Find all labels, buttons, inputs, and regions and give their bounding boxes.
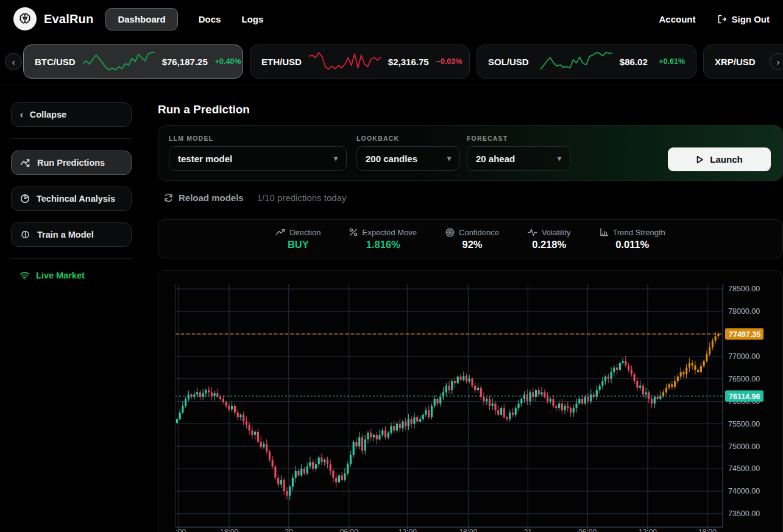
target-icon <box>445 228 455 237</box>
svg-text:77000.00: 77000.00 <box>728 352 760 361</box>
svg-text:76114.96: 76114.96 <box>729 392 760 401</box>
btc-sparkline <box>83 50 155 73</box>
stat-trend-strength: Trend Strength 0.011% <box>600 228 665 250</box>
bar-chart-icon <box>600 228 609 236</box>
reload-models-button[interactable]: Reload models <box>164 193 244 203</box>
svg-text:06:00: 06:00 <box>340 528 358 532</box>
lookback-select[interactable]: 200 candles ▾ <box>356 146 460 171</box>
candlestick-chart-card: 78500.0078000.0077500.0077000.0076500.00… <box>158 270 783 532</box>
chevron-down-icon: ▾ <box>558 154 561 163</box>
stat-volatility: Volatility 0.218% <box>528 228 571 250</box>
svg-text:18:00: 18:00 <box>459 528 477 532</box>
svg-text:20: 20 <box>285 528 293 532</box>
chevron-down-icon: ▾ <box>447 154 451 163</box>
svg-text:76500.00: 76500.00 <box>728 375 760 383</box>
stat-expected-move: Expected Move 1.816% <box>349 228 417 250</box>
play-icon <box>696 155 704 164</box>
prediction-form-panel: LLM MODEL tester model ▾ LOOKBACK 200 ca… <box>158 125 783 181</box>
app-logo <box>13 7 37 30</box>
candlestick-chart[interactable]: 78500.0078000.0077500.0077000.0076500.00… <box>175 284 779 532</box>
trending-up-icon <box>275 229 285 236</box>
activity-icon <box>528 229 537 236</box>
sidebar-item-train-model[interactable]: Train a Model <box>11 222 132 247</box>
collapse-sidebar-button[interactable]: ‹ Collapse <box>11 102 132 127</box>
svg-text:18:00: 18:00 <box>698 528 717 532</box>
svg-text:74000.00: 74000.00 <box>728 487 760 495</box>
launch-button[interactable]: Launch <box>668 147 771 171</box>
svg-text:06:00: 06:00 <box>578 528 597 532</box>
llm-model-label: LLM MODEL <box>169 135 347 142</box>
svg-text:78500.00: 78500.00 <box>728 285 760 293</box>
wifi-icon <box>19 271 30 280</box>
sidebar-item-run-predictions[interactable]: Run Predictions <box>11 151 132 175</box>
sidebar: ‹ Collapse Run Predictions Techincal Ana… <box>11 102 132 280</box>
forecast-label: FORECAST <box>467 135 570 142</box>
pie-chart-icon <box>20 194 30 204</box>
predictions-quota-text: 1/10 predictions today <box>257 193 347 203</box>
ticker-scroll-left-button[interactable]: ‹ <box>5 53 22 70</box>
refresh-icon <box>164 193 173 202</box>
sidebar-divider <box>11 258 132 259</box>
svg-text:75500.00: 75500.00 <box>728 420 760 428</box>
svg-text:77497.35: 77497.35 <box>729 330 760 339</box>
brain-small-icon <box>20 230 30 240</box>
svg-text:75000.00: 75000.00 <box>728 442 760 451</box>
forecast-select[interactable]: 20 ahead ▾ <box>467 146 570 171</box>
ticker-scroll-right-button[interactable]: › <box>770 53 783 70</box>
llm-model-select[interactable]: tester model ▾ <box>169 146 347 171</box>
page-title: Run a Prediction <box>158 103 250 116</box>
brain-icon <box>18 12 32 26</box>
lookback-label: LOOKBACK <box>356 135 460 142</box>
svg-text:21: 21 <box>524 528 533 532</box>
svg-text:73500.00: 73500.00 <box>728 509 760 518</box>
svg-text:18:00: 18:00 <box>220 528 238 532</box>
stat-confidence: Confidence 92% <box>445 228 499 250</box>
sidebar-item-live-market[interactable]: Live Market <box>11 271 132 280</box>
chevron-down-icon: ▾ <box>334 154 338 163</box>
svg-text:12:00: 12:00 <box>639 528 657 532</box>
brand-name: EvalRun <box>44 12 93 26</box>
sidebar-divider <box>11 138 132 139</box>
svg-text:2:00: 2:00 <box>175 528 186 532</box>
prediction-stats-panel: Direction BUY Expected Move 1.816% Confi… <box>158 219 783 258</box>
trending-icon <box>20 158 30 168</box>
main-content: Run a Prediction LLM MODEL tester model … <box>158 0 783 532</box>
stat-direction: Direction BUY <box>275 228 321 250</box>
svg-text:12:00: 12:00 <box>399 528 417 532</box>
percent-icon <box>349 228 358 236</box>
sidebar-item-technical-analysis[interactable]: Techincal Analysis <box>11 186 132 211</box>
svg-text:78000.00: 78000.00 <box>728 307 760 316</box>
chevron-left-icon: ‹ <box>20 110 23 119</box>
svg-text:74500.00: 74500.00 <box>728 464 760 473</box>
